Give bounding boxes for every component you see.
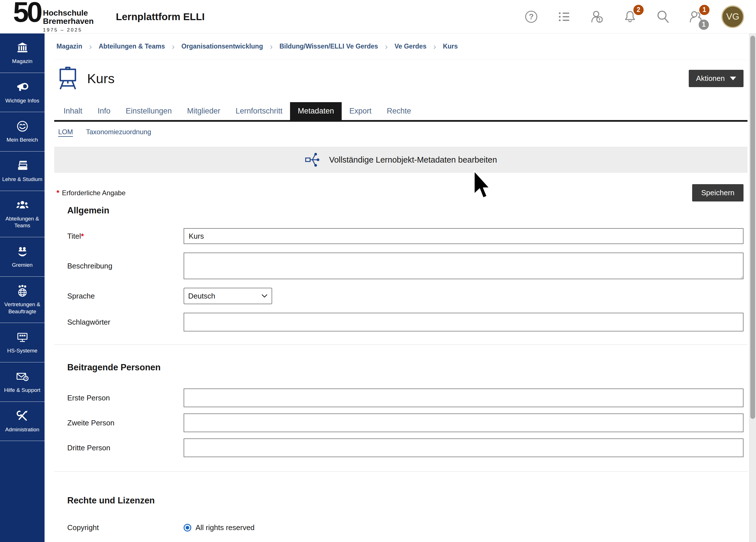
user-alert-icon: [590, 9, 604, 24]
breadcrumb-separator-icon: ›: [270, 42, 273, 51]
svg-text:?: ?: [529, 12, 534, 21]
breadcrumb-item-ve-gerdes[interactable]: Ve Gerdes: [394, 43, 427, 50]
breadcrumb-item-bildung-wissen[interactable]: Bildung/Wissen/ELLI Ve Gerdes: [280, 43, 378, 50]
bank-icon: [16, 41, 29, 54]
contacts-badge-top: 1: [699, 5, 709, 15]
svg-text:?: ?: [25, 377, 27, 381]
search-button[interactable]: [656, 9, 670, 24]
question-icon: ?: [524, 10, 538, 24]
sidebar-item-magazin[interactable]: Magazin: [0, 33, 45, 73]
breadcrumb-item-kurs[interactable]: Kurs: [443, 43, 458, 50]
tab-export[interactable]: Export: [342, 102, 379, 120]
vertical-scrollbar-track[interactable]: [749, 33, 756, 542]
subtab-lom[interactable]: LOM: [58, 128, 73, 136]
sidebar-item-label: Vertretungen & Beauftragte: [2, 301, 43, 315]
dritte-person-input[interactable]: [184, 438, 744, 457]
sidebar-item-gremien[interactable]: Gremien: [0, 237, 45, 277]
sidebar-item-label: Abteilungen & Teams: [2, 215, 43, 229]
user-status-button[interactable]: [590, 9, 604, 24]
subtab-taxonomiezuordnung[interactable]: Taxonomiezuordnung: [86, 128, 151, 136]
contacts-badge-bottom: 1: [699, 20, 709, 30]
help-button[interactable]: ?: [524, 9, 539, 24]
breadcrumb-separator-icon: ›: [89, 42, 92, 51]
main-sidebar: Magazin Wichtige Infos Mein Bereich: [0, 33, 45, 542]
breadcrumb-separator-icon: ›: [433, 42, 436, 51]
sprache-label: Sprache: [67, 292, 184, 301]
breadcrumb-separator-icon: ›: [385, 42, 388, 51]
sidebar-item-wichtige-infos[interactable]: Wichtige Infos: [0, 73, 45, 112]
avatar[interactable]: VG: [721, 5, 744, 28]
copyright-radio[interactable]: [184, 524, 191, 532]
section-divider: [54, 344, 747, 345]
tab-metadaten[interactable]: Metadaten: [290, 102, 342, 120]
breadcrumb-item-organisationsentwicklung[interactable]: Organisationsentwicklung: [181, 43, 263, 50]
required-note: *Erforderliche Angabe: [56, 188, 125, 197]
page-title: Kurs: [87, 71, 115, 86]
monitor-icon: ***: [16, 331, 29, 344]
contacts-button[interactable]: 1 1: [688, 9, 703, 24]
sidebar-item-label: Administration: [5, 426, 39, 433]
dritte-person-label: Dritte Person: [67, 444, 184, 452]
sidebar-item-vertretungen-beauftragte[interactable]: Vertretungen & Beauftragte: [0, 277, 45, 323]
beschreibung-textarea[interactable]: [184, 253, 744, 279]
tools-icon: [16, 409, 29, 423]
erste-person-input[interactable]: [184, 388, 744, 407]
university-logo[interactable]: 50 Hochschule Bremerhaven 1975 – 2025: [13, 0, 94, 33]
tab-einstellungen[interactable]: Einstellungen: [118, 102, 179, 120]
titel-required-star: *: [81, 232, 84, 240]
overview-button[interactable]: [557, 9, 572, 24]
logo-years: 1975 – 2025: [43, 27, 94, 33]
schlagwoerter-label: Schlagwörter: [67, 318, 184, 327]
sidebar-item-label: Mein Bereich: [7, 136, 38, 144]
sidebar-item-label: Wichtige Infos: [5, 97, 39, 104]
aktionen-button-label: Aktionen: [696, 74, 725, 83]
notifications-button[interactable]: 2: [623, 9, 637, 24]
main-content: Magazin › Abteilungen & Teams › Organisa…: [45, 33, 756, 542]
sidebar-item-label: HS-Systeme: [7, 347, 37, 354]
tab-info[interactable]: Info: [90, 102, 118, 120]
section-heading-beitragende-personen: Beitragende Personen: [67, 362, 747, 373]
tab-rechte[interactable]: Rechte: [379, 102, 419, 120]
breadcrumb-separator-icon: ›: [172, 42, 175, 51]
erste-person-label: Erste Person: [67, 394, 184, 402]
copyright-label: Copyright: [67, 523, 184, 532]
metadata-network-icon: [305, 152, 321, 168]
sidebar-item-administration[interactable]: Administration: [0, 402, 45, 441]
schlagwoerter-input[interactable]: [184, 313, 744, 331]
course-easel-icon: [56, 66, 79, 90]
tab-inhalt[interactable]: Inhalt: [56, 102, 90, 120]
breadcrumb: Magazin › Abteilungen & Teams › Organisa…: [54, 33, 747, 60]
search-icon: [656, 9, 670, 24]
section-divider: [54, 471, 747, 472]
smiley-icon: [16, 120, 29, 133]
breadcrumb-item-magazin[interactable]: Magazin: [56, 43, 82, 50]
breadcrumb-item-abteilungen-teams[interactable]: Abteilungen & Teams: [99, 43, 165, 50]
logo-50: 50: [13, 0, 41, 24]
edit-full-metadata-label: Vollständige Lernobjekt-Metadaten bearbe…: [329, 155, 497, 165]
vertical-scrollbar-thumb[interactable]: [750, 36, 755, 419]
sidebar-item-lehre-studium[interactable]: Lehre & Studium: [0, 152, 45, 191]
section-heading-rechte-lizenzen: Rechte und Lizenzen: [67, 495, 747, 506]
required-star: *: [56, 188, 59, 197]
people-group-icon: [16, 199, 29, 212]
sidebar-item-abteilungen-teams[interactable]: Abteilungen & Teams: [0, 191, 45, 237]
svg-text:***: ***: [19, 333, 26, 339]
sidebar-item-hs-systeme[interactable]: *** HS-Systeme: [0, 323, 45, 362]
tab-lernfortschritt[interactable]: Lernfortschritt: [228, 102, 290, 120]
sidebar-item-mein-bereich[interactable]: Mein Bereich: [0, 112, 45, 152]
books-icon: [16, 159, 29, 172]
megaphone-icon: [16, 81, 29, 94]
chevron-down-icon: [730, 77, 736, 80]
zweite-person-input[interactable]: [184, 413, 744, 432]
section-heading-allgemein: Allgemein: [67, 205, 747, 216]
edit-full-metadata-button[interactable]: Vollständige Lernobjekt-Metadaten bearbe…: [54, 147, 747, 173]
subtab-bar: LOM Taxonomiezuordnung: [54, 122, 747, 138]
notifications-badge: 2: [633, 5, 644, 15]
tab-mitglieder[interactable]: Mitglieder: [179, 102, 228, 120]
titel-input[interactable]: [184, 228, 744, 244]
sprache-select[interactable]: Deutsch: [184, 288, 272, 304]
speichern-button[interactable]: Speichern: [692, 184, 744, 201]
sidebar-item-hilfe-support[interactable]: ? Hilfe & Support: [0, 362, 45, 402]
titel-label: Titel*: [67, 232, 184, 241]
aktionen-button[interactable]: Aktionen: [689, 70, 744, 87]
